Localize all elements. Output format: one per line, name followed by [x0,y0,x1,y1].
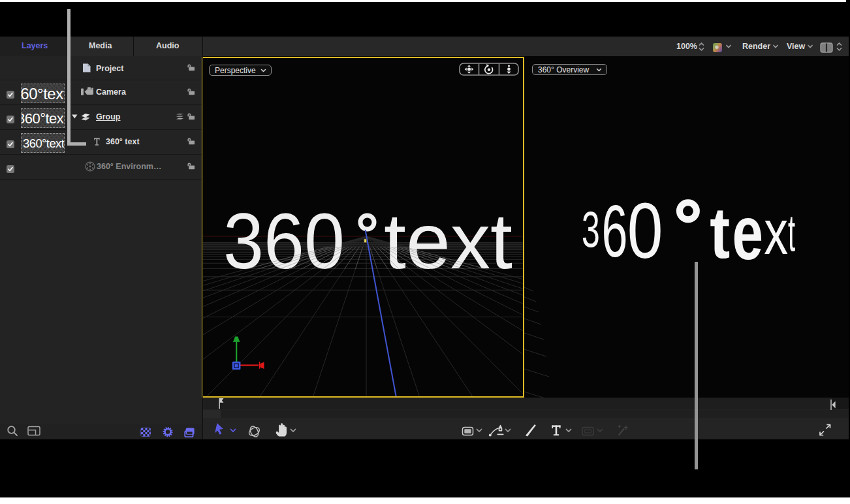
svg-text:x: x [764,197,788,267]
svg-text:6: 6 [601,189,627,272]
svg-text:0: 0 [627,187,663,274]
svg-text:3: 3 [582,200,600,257]
svg-text:e: e [732,189,764,275]
svg-text:t: t [788,204,795,262]
svg-text:t: t [710,192,730,274]
